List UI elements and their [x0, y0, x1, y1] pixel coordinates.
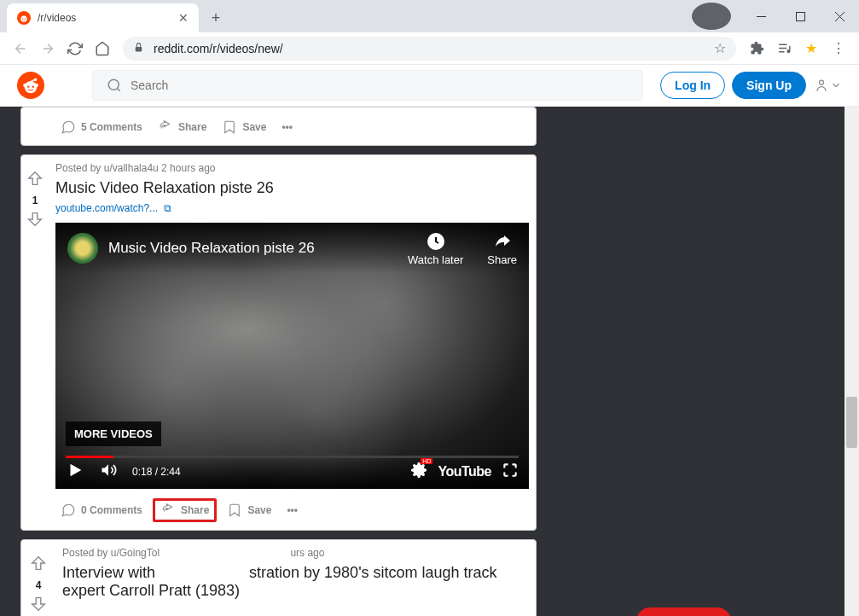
svg-point-6 [787, 50, 790, 53]
post-title[interactable]: Interview withstration by 1980's sitcom … [62, 564, 529, 600]
new-tab-button[interactable]: + [204, 6, 228, 30]
svg-point-0 [20, 16, 26, 22]
share-button-highlighted[interactable]: Share [153, 498, 217, 522]
more-videos-button[interactable]: MORE VIDEOS [66, 421, 161, 446]
back-to-top-button[interactable]: Back to Top [636, 607, 731, 616]
browser-tab[interactable]: /r/videos ✕ [7, 3, 199, 32]
external-link-icon: ⧉ [164, 202, 171, 214]
lock-icon [133, 41, 145, 56]
play-button[interactable] [66, 461, 84, 483]
scrollbar[interactable] [844, 107, 859, 616]
share-video-button[interactable]: Share [487, 231, 517, 266]
svg-point-8 [23, 84, 26, 87]
login-button[interactable]: Log In [660, 72, 725, 99]
svg-rect-4 [796, 12, 804, 20]
bookmark-icon [227, 503, 242, 518]
video-time: 0:18 / 2:44 [132, 466, 181, 478]
url-text: reddit.com/r/videos/new/ [154, 42, 714, 55]
dots-icon: ••• [287, 504, 298, 516]
main-content: 5 Comments Share Save ••• 1 Posted by u/… [0, 107, 859, 616]
svg-point-11 [27, 85, 29, 87]
more-button[interactable]: ••• [276, 116, 298, 138]
forward-button[interactable] [34, 35, 61, 62]
bookmark-icon [222, 119, 237, 135]
search-input[interactable] [131, 78, 629, 92]
svg-point-12 [32, 85, 34, 87]
share-arrow-icon [492, 231, 513, 252]
scroll-thumb[interactable] [846, 397, 857, 448]
star-icon[interactable]: ☆ [714, 40, 726, 56]
share-icon [160, 503, 176, 518]
video-title[interactable]: Music Video Relaxation piste 26 [108, 240, 408, 257]
post-author[interactable]: u/vallhala4u [104, 162, 159, 174]
tab-close-icon[interactable]: ✕ [178, 11, 189, 25]
post-meta: Posted by u/vallhala4u 2 hours ago [55, 162, 529, 174]
svg-point-2 [25, 18, 26, 19]
svg-point-1 [22, 18, 23, 19]
watch-later-button[interactable]: Watch later [408, 231, 463, 266]
more-button[interactable]: ••• [281, 499, 303, 521]
reddit-favicon [17, 11, 31, 25]
music-icon[interactable] [770, 35, 798, 62]
account-icon[interactable] [692, 3, 731, 30]
svg-point-7 [25, 81, 37, 93]
dots-icon: ••• [281, 121, 293, 133]
address-bar[interactable]: reddit.com/r/videos/new/ ☆ [123, 37, 736, 61]
svg-point-9 [34, 84, 38, 87]
fullscreen-button[interactable] [502, 462, 519, 482]
post-title[interactable]: Music Video Relaxation piste 26 [55, 179, 529, 197]
browser-menu-icon[interactable]: ⋮ [825, 35, 852, 62]
home-button[interactable] [89, 35, 116, 62]
video-player[interactable]: Music Video Relaxation piste 26 Watch la… [55, 223, 529, 489]
person-icon [813, 77, 830, 94]
vote-score: 4 [36, 579, 42, 591]
post-card-partial-top: 5 Comments Share Save ••• [20, 107, 537, 146]
post-meta: Posted by u/GoingTol urs ago [62, 547, 529, 559]
user-dropdown[interactable] [813, 77, 842, 94]
maximize-button[interactable] [781, 3, 820, 30]
svg-rect-3 [757, 16, 766, 17]
post-link[interactable]: youtube.com/watch?... ⧉ [55, 202, 529, 214]
chevron-down-icon [830, 79, 842, 91]
extensions-icon[interactable] [743, 35, 770, 62]
comment-icon [61, 503, 76, 518]
minimize-button[interactable] [741, 3, 781, 30]
reload-button[interactable] [61, 35, 89, 62]
extension-badge[interactable]: ★ [798, 35, 825, 62]
vote-column: 1 [21, 162, 49, 523]
svg-point-13 [108, 79, 119, 90]
video-controls: 0:18 / 2:44 HD YouTube [55, 455, 529, 489]
save-button[interactable]: Save [222, 497, 276, 523]
search-box[interactable] [92, 70, 643, 101]
clock-icon [426, 231, 446, 252]
post-author[interactable]: u/GoingTol [111, 547, 160, 559]
comment-icon [61, 119, 76, 135]
tab-title: /r/videos [38, 12, 178, 24]
svg-rect-5 [136, 46, 142, 50]
channel-avatar[interactable] [67, 233, 98, 264]
svg-point-14 [820, 80, 824, 84]
youtube-logo[interactable]: YouTube [438, 464, 491, 479]
post-card[interactable]: 1 Posted by u/vallhala4u 2 hours ago Mus… [20, 154, 537, 531]
close-window-button[interactable] [820, 3, 859, 30]
post-card[interactable]: 4 Posted by u/GoingTol urs ago Interview… [20, 539, 537, 616]
comments-button[interactable]: 5 Comments [55, 114, 148, 140]
share-icon [158, 119, 173, 135]
save-button[interactable]: Save [217, 114, 271, 140]
upvote-button[interactable] [29, 554, 48, 576]
upvote-button[interactable] [26, 169, 44, 191]
share-button[interactable]: Share [153, 114, 212, 140]
back-button[interactable] [7, 35, 34, 62]
vote-score: 1 [32, 195, 38, 206]
downvote-button[interactable] [26, 210, 44, 232]
search-icon [107, 78, 122, 93]
reddit-header: Log In Sign Up [0, 65, 859, 107]
reddit-logo[interactable] [17, 72, 44, 99]
signup-button[interactable]: Sign Up [732, 72, 806, 99]
comments-button[interactable]: 0 Comments [55, 497, 148, 523]
browser-urlbar: reddit.com/r/videos/new/ ☆ ★ ⋮ [0, 32, 859, 65]
settings-button[interactable]: HD [410, 462, 427, 482]
downvote-button[interactable] [29, 595, 48, 616]
volume-button[interactable] [100, 462, 117, 482]
browser-titlebar: /r/videos ✕ + [0, 0, 859, 32]
